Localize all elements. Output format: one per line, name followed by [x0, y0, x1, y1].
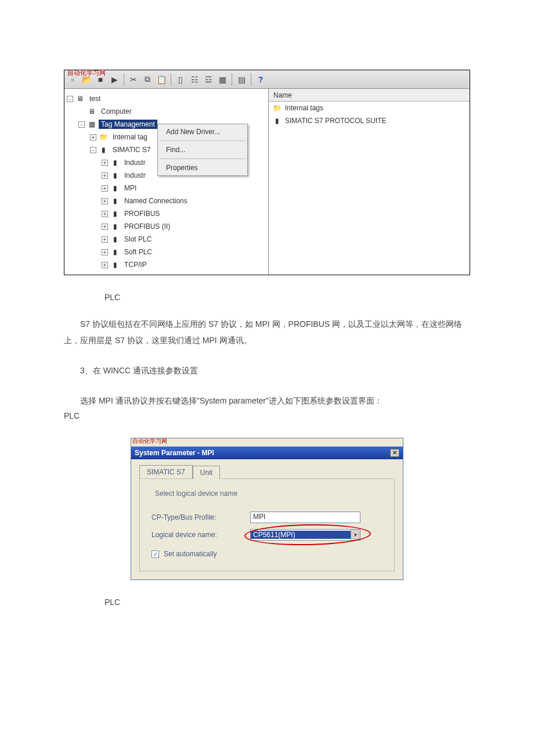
tree-profibus2[interactable]: + ▮ PROFIBUS (II) — [67, 220, 266, 233]
channel-icon: ▮ — [110, 222, 120, 231]
expand-icon[interactable]: + — [102, 211, 108, 217]
checkbox-label: Set automatically — [164, 550, 217, 558]
folder-icon: 📁 — [99, 132, 108, 142]
channel-icon: ▮ — [110, 247, 120, 257]
expand-icon[interactable]: + — [102, 236, 108, 243]
system-parameter-dialog: 自动化学习网 System Parameter - MPI ✕ SIMATIC … — [131, 438, 403, 580]
channel-icon: ▮ — [110, 171, 120, 180]
tree-slot-plc[interactable]: + ▮ Slot PLC — [67, 233, 266, 246]
tabs: SIMATIC S7 Unit — [139, 465, 395, 478]
tags-icon: ▦ — [87, 120, 96, 129]
tree-root[interactable]: - 🖥 test — [67, 92, 266, 105]
tree-profibus[interactable]: + ▮ PROFIBUS — [67, 207, 266, 220]
tree-label: test — [87, 94, 103, 103]
separator — [232, 73, 232, 86]
expand-icon[interactable]: + — [102, 249, 108, 255]
tree-label: Slot PLC — [122, 235, 154, 244]
label-logical-device: Logical device name: — [151, 531, 250, 539]
tree-label: Computer — [99, 107, 134, 116]
expand-icon[interactable]: + — [102, 172, 108, 179]
plc-label: PLC — [104, 293, 534, 302]
expand-icon[interactable]: + — [102, 160, 108, 166]
driver-icon: ▮ — [272, 116, 282, 125]
cut-icon[interactable]: ✂ — [128, 74, 139, 85]
paragraph-select-mpi: 选择 MPI 通讯协议并按右键选择"System parameter"进入如下图… — [64, 393, 470, 409]
list-item[interactable]: ▮ SIMATIC S7 PROTOCOL SUITE — [269, 114, 470, 127]
paste-icon[interactable]: 📋 — [156, 74, 167, 85]
channel-icon: ▮ — [110, 260, 120, 269]
help-icon[interactable]: ? — [255, 74, 266, 85]
properties-icon[interactable]: ▤ — [236, 74, 247, 85]
tree-tcpip[interactable]: + ▮ TCP/IP — [67, 258, 266, 271]
dialog-titlebar: System Parameter - MPI ✕ — [131, 447, 403, 459]
separator — [171, 73, 171, 86]
tool-icon[interactable]: ▯ — [175, 74, 186, 85]
tree-label: SIMATIC S7 — [110, 145, 153, 154]
computer-icon: 🖥 — [87, 107, 96, 116]
plc-label: PLC — [104, 597, 534, 607]
channel-icon: ▮ — [110, 209, 120, 218]
channel-icon: ▮ — [110, 158, 120, 167]
list-header-name[interactable]: Name — [269, 89, 470, 102]
copy-icon[interactable]: ⧉ — [142, 74, 153, 85]
tree-label: PROFIBUS — [122, 209, 162, 218]
tool2-icon[interactable]: ☷ — [189, 74, 200, 85]
expand-icon[interactable]: + — [102, 262, 108, 268]
expand-icon[interactable]: + — [90, 134, 96, 141]
tree-label: Named Connections — [122, 196, 190, 206]
ctx-properties[interactable]: Properties — [158, 160, 247, 175]
tree-label: PROFIBUS (II) — [122, 222, 172, 231]
tree-label: MPI — [122, 183, 139, 193]
separator — [160, 141, 245, 141]
play-icon[interactable]: ▶ — [109, 74, 120, 85]
dialog-title: System Parameter - MPI — [135, 449, 214, 457]
project-icon: 🖥 — [75, 94, 85, 103]
tree-soft-plc[interactable]: + ▮ Soft PLC — [67, 246, 266, 258]
paragraph-s7: S7 协议组包括在不同网络上应用的 S7 协议，如 MPI 网，PROFIBUS… — [64, 316, 470, 348]
tree-named-conn[interactable]: + ▮ Named Connections — [67, 195, 266, 207]
toolbar: ▫ 📂 ■ ▶ ✂ ⧉ 📋 ▯ ☷ ☲ ▦ ▤ ? — [64, 70, 470, 89]
tree-label: Industr — [122, 158, 148, 167]
details-icon[interactable]: ▦ — [217, 74, 228, 85]
collapse-icon[interactable]: - — [90, 147, 96, 153]
set-automatically-checkbox[interactable]: ✓ — [151, 550, 159, 558]
cp-type-field[interactable]: MPI — [250, 512, 360, 523]
list-item-label: Internal tags — [285, 104, 323, 112]
annotation-circle — [244, 523, 371, 546]
list-item-label: SIMATIC S7 PROTOCOL SUITE — [285, 117, 386, 125]
list-icon[interactable]: ☲ — [203, 74, 214, 85]
expand-icon[interactable]: + — [102, 185, 108, 192]
tree-pane: - 🖥 test 🖥 Computer - ▦ Tag Management +… — [64, 89, 269, 275]
tab-unit[interactable]: Unit — [193, 466, 220, 479]
tab-simatic-s7[interactable]: SIMATIC S7 — [139, 465, 193, 478]
group-logical-device: Select logical device name CP-Type/Bus P… — [139, 478, 395, 571]
separator — [160, 159, 245, 159]
context-menu: Add New Driver... Find... Properties — [157, 124, 248, 176]
expand-icon[interactable]: + — [102, 198, 108, 204]
folder-icon: 📁 — [272, 103, 282, 113]
group-title: Select logical device name — [151, 489, 241, 498]
channel-icon: ▮ — [110, 196, 120, 206]
collapse-icon[interactable]: - — [78, 121, 85, 128]
tree-label: Soft PLC — [122, 247, 154, 257]
watermark-text: 自动化学习网 — [67, 69, 106, 77]
tree-mpi[interactable]: + ▮ MPI — [67, 182, 266, 195]
tree-computer[interactable]: 🖥 Computer — [67, 105, 266, 118]
tree-label: TCP/IP — [122, 260, 149, 269]
ctx-add-driver[interactable]: Add New Driver... — [158, 124, 247, 139]
collapse-icon[interactable]: - — [67, 96, 73, 102]
ctx-find[interactable]: Find... — [158, 142, 247, 157]
label-cp-type: CP-Type/Bus Profile: — [151, 513, 250, 521]
channel-icon: ▮ — [110, 183, 120, 193]
separator — [124, 73, 124, 86]
wincc-explorer-window: ▫ 📂 ■ ▶ ✂ ⧉ 📋 ▯ ☷ ☲ ▦ ▤ ? - 🖥 test — [64, 70, 470, 275]
list-pane: Name 📁 Internal tags ▮ SIMATIC S7 PROTOC… — [269, 89, 470, 275]
watermark-text: 自动化学习网 — [132, 437, 403, 445]
channel-icon: ▮ — [110, 235, 120, 244]
expand-icon[interactable]: + — [102, 224, 108, 230]
plc-label: PLC — [64, 411, 534, 420]
tree-label: Internal tag — [110, 132, 150, 142]
list-item[interactable]: 📁 Internal tags — [269, 102, 470, 114]
tree-label-selected: Tag Management — [99, 120, 157, 129]
close-icon[interactable]: ✕ — [390, 449, 399, 457]
